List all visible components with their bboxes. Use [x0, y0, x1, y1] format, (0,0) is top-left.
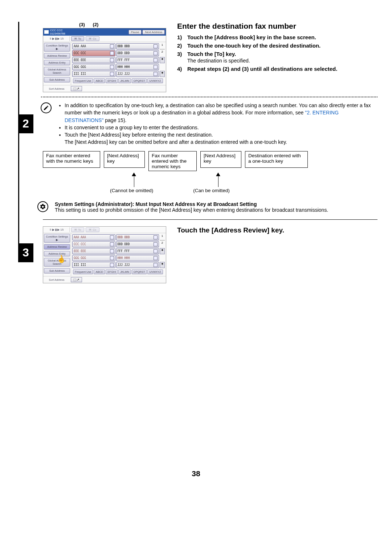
callout-labels: (3) (2): [43, 22, 166, 27]
entry-hhh[interactable]: HHH HHH: [116, 64, 159, 70]
phone-icon: [154, 65, 158, 69]
flow-box-4: [Next Address] key: [200, 151, 241, 168]
step2-heading: Enter the destination fax number: [177, 22, 337, 31]
to-tab[interactable]: ✉To: [71, 36, 84, 41]
entry-aaa[interactable]: AAA AAA: [72, 43, 115, 49]
scroll-up[interactable]: ✦: [160, 248, 165, 254]
page-number: 38: [0, 469, 392, 478]
flow-labels: (Cannot be omitted) (Can be omitted): [110, 188, 377, 193]
tab-uvwxyz[interactable]: UVWXYZ: [147, 270, 163, 274]
group-icon: [154, 235, 158, 239]
phone-icon: [110, 256, 114, 260]
flow-box-3: Fax number entered with the numeric keys: [148, 151, 197, 171]
tab-jklmn[interactable]: JKLMN: [118, 78, 131, 83]
sidebar: Condition Settings ▶ Address Review Addr…: [43, 233, 71, 276]
phone-icon: [110, 58, 114, 62]
notes-list: In addition to specification by one-touc…: [58, 102, 377, 146]
sort-address-label: Sort Address: [44, 277, 69, 282]
step-number-2: 2: [18, 114, 33, 133]
tab-opqrst[interactable]: OPQRST: [132, 78, 147, 83]
phone-icon: [154, 256, 158, 260]
phone-icon: [154, 242, 158, 246]
sidebar-sub-address[interactable]: Sub Address: [44, 268, 70, 274]
entry-ddd[interactable]: DDD DDD: [116, 241, 159, 247]
nav-row: 5 ▶ ▮ ▶ 15 ✉To ✉Cc: [43, 227, 166, 233]
tab-jklmn[interactable]: JKLMN: [118, 270, 131, 274]
instruction-list: 1)Touch the [Address Book] key in the ba…: [177, 34, 337, 72]
arrow-up-icon: [216, 173, 220, 187]
entry-bbb[interactable]: BBB BBB: [116, 43, 159, 49]
phone-icon: [154, 72, 158, 76]
cc-tab[interactable]: ✉Cc: [86, 36, 99, 41]
nav-row: 5 ▶ ▮ ▶ 15 ✉To ✉Cc: [43, 36, 166, 42]
tab-abcd[interactable]: ABCD: [94, 270, 105, 274]
sort-button[interactable]: ⬚↗: [71, 86, 82, 91]
address-book-screen-1: CCC CCC 0123456788 Pause Next Address 5 …: [43, 28, 166, 92]
entry-ccc[interactable]: CCC CCC: [72, 241, 115, 247]
entry-aaa[interactable]: AAA AAA: [72, 234, 115, 240]
scroll-down[interactable]: ✦: [160, 71, 165, 77]
group-icon: [110, 235, 114, 239]
phone-icon: [154, 249, 158, 253]
sort-button[interactable]: ⬚↗: [71, 277, 82, 282]
tab-efghi[interactable]: EFGHI: [106, 270, 118, 274]
screen-header: CCC CCC 0123456788 Pause Next Address: [43, 28, 166, 36]
tab-efghi[interactable]: EFGHI: [106, 78, 118, 83]
entry-ggg[interactable]: GGG GGG: [72, 64, 115, 70]
entry-fff[interactable]: FFF FFF: [116, 57, 159, 63]
to-tab[interactable]: ✉To: [71, 227, 84, 232]
breadcrumb: 5 ▶ ▮ ▶ 15: [44, 36, 70, 41]
sidebar-address-entry[interactable]: Address Entry: [44, 60, 70, 65]
gear-icon: [37, 201, 48, 212]
entry-fff[interactable]: FFF FFF: [116, 248, 159, 254]
entry-hhh[interactable]: HHH HHH: [116, 255, 159, 261]
flow-box-2: [Next Address] key: [104, 151, 145, 168]
cc-tab[interactable]: ✉Cc: [86, 227, 99, 232]
tab-uvwxyz[interactable]: UVWXYZ: [147, 78, 163, 83]
phone-icon: [110, 249, 114, 253]
entry-ccc-selected[interactable]: CCC CCC: [72, 50, 115, 56]
tab-abcd[interactable]: ABCD: [94, 78, 105, 83]
phone-icon: [154, 58, 158, 62]
arrow-up-icon: [132, 173, 136, 187]
page-total: 2: [160, 50, 165, 56]
entry-ddd[interactable]: DDD DDD: [116, 50, 159, 56]
step3-heading: Touch the [Address Review] key.: [177, 226, 284, 234]
entry-jjj[interactable]: JJJ JJJ: [116, 71, 159, 77]
sidebar-condition-settings[interactable]: Condition Settings ▶: [44, 234, 70, 243]
group-icon: [110, 44, 114, 48]
entry-iii[interactable]: III III: [72, 262, 115, 268]
tab-opqrst[interactable]: OPQRST: [132, 270, 147, 274]
pencil-icon: [41, 102, 52, 113]
phone-icon: [110, 263, 114, 267]
tab-frequent[interactable]: Frequent Use: [73, 78, 93, 83]
sidebar-address-review-selected[interactable]: Address Review: [44, 244, 70, 250]
entry-iii[interactable]: III III: [72, 71, 115, 77]
next-address-button[interactable]: Next Address: [142, 30, 165, 35]
sort-address-label: Sort Address: [44, 86, 69, 91]
page-current: 1: [160, 43, 165, 49]
phone-icon: [110, 242, 114, 246]
entry-eee[interactable]: EEE EEE: [72, 57, 115, 63]
breadcrumb: 5 ▶ ▮ ▶ 15: [44, 227, 70, 232]
phone-icon: [154, 51, 158, 55]
sidebar-global-search[interactable]: Global Address Search: [44, 67, 70, 76]
scroll-down[interactable]: ✦: [160, 262, 165, 268]
sidebar-condition-settings[interactable]: Condition Settings ▶: [44, 43, 70, 52]
pause-button[interactable]: Pause: [128, 30, 142, 35]
phone-icon: [154, 263, 158, 267]
step-number-3: 3: [18, 243, 33, 262]
entry-jjj[interactable]: JJJ JJJ: [116, 262, 159, 268]
alpha-tabs: Frequent Use ABCD EFGHI JKLMN OPQRST UVW…: [72, 78, 165, 84]
entry-ggg[interactable]: GGG GGG: [72, 255, 115, 261]
contact-icon: [44, 30, 49, 34]
sidebar-sub-address[interactable]: Sub Address: [44, 77, 70, 82]
phone-icon: [110, 51, 114, 55]
tab-frequent[interactable]: Frequent Use: [73, 270, 93, 274]
phone-icon: [110, 72, 114, 76]
group-icon: [154, 44, 158, 48]
sidebar-address-review[interactable]: Address Review: [44, 53, 70, 58]
entry-bbb[interactable]: BBB BBB: [116, 234, 159, 240]
entry-eee[interactable]: EEE EEE: [72, 248, 115, 254]
scroll-up[interactable]: ✦: [160, 57, 165, 63]
